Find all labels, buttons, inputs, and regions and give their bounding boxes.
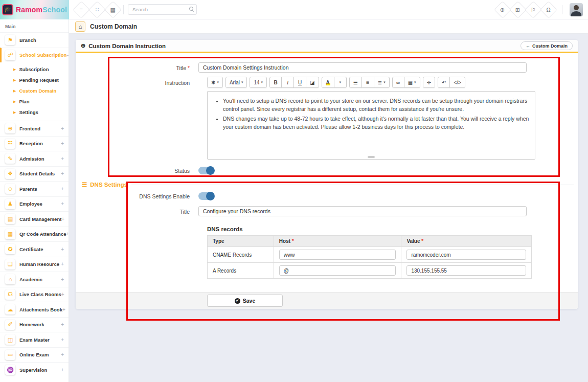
collapse-minus-icon: –	[66, 52, 69, 58]
save-button[interactable]: ✔ Save	[207, 295, 283, 307]
unordered-list-icon[interactable]: ☰	[349, 77, 362, 88]
sidebar-item-card-management[interactable]: ▤Card Management+	[0, 211, 69, 227]
notifications-bell-icon[interactable]: Ω	[540, 1, 557, 18]
sidebar-item-human-resource[interactable]: ❏Human Resource+	[0, 257, 69, 272]
back-to-custom-domain-button[interactable]: ← Custom Domain	[521, 41, 573, 50]
app-logo[interactable]: 🎓 RamomSchool	[0, 0, 69, 19]
home-icon[interactable]: ⌂	[75, 21, 85, 32]
sidebar-item-branch[interactable]: ⚑Branch	[0, 32, 69, 48]
dns-value-input[interactable]	[406, 265, 526, 276]
sidebar-item-academic[interactable]: ⌂Academic+	[0, 272, 69, 287]
sidebar-item-qr-code-attendance[interactable]: ▦Qr Code Attendance+	[0, 227, 69, 242]
dns-settings-section-title: ☰ DNS Settings	[82, 181, 131, 188]
sidebar-item-homework[interactable]: ✐Homework+	[0, 317, 69, 332]
sidebar-item-exam-master[interactable]: ◫Exam Master+	[0, 332, 69, 347]
sidebar-item-certificate[interactable]: ✪Certificate+	[0, 241, 69, 257]
dns-records-table: TypeHost *Value * CNAME RecordsA Records	[207, 235, 532, 279]
code-view-icon[interactable]: </>	[450, 77, 465, 88]
parents-icon: ☺	[5, 184, 15, 194]
dns-records-heading: DNS records	[207, 226, 243, 232]
dns-host-input[interactable]	[279, 265, 396, 276]
sidebar-item-employee[interactable]: ♟Employee+	[0, 196, 69, 212]
menu-icon[interactable]: ≡	[73, 1, 90, 18]
sidebar-item-supervision[interactable]: ♒Supervision+	[0, 362, 69, 377]
editor-resize-handle[interactable]	[368, 156, 375, 158]
navbar-left-buttons: ≡∷▦	[69, 4, 119, 16]
clear-format-icon[interactable]: ◪	[306, 77, 319, 88]
dns-host-input[interactable]	[279, 250, 396, 260]
sidebar-subitem-subscription[interactable]: ▶Subscription	[0, 64, 69, 75]
caret-down-icon: ▾	[217, 80, 219, 84]
calendar-icon[interactable]: ⊞	[509, 1, 527, 18]
dns-title-input[interactable]	[198, 206, 527, 216]
dns-title-row: Title	[76, 206, 578, 216]
messages-icon[interactable]: ⚐	[525, 1, 542, 18]
panel-footer: ✔ Save	[76, 292, 578, 309]
status-label: Status	[76, 167, 198, 174]
instruction-title-input[interactable]	[198, 62, 527, 73]
sidebar-item-school-subscription[interactable]: ☍School Subscription–	[0, 48, 69, 63]
sidebar-subitem-pending-request[interactable]: ▶Pending Request	[0, 75, 69, 85]
sidebar-item-frontend[interactable]: ⊕Frontend+	[0, 121, 69, 136]
undo-icon[interactable]: ↶	[438, 77, 450, 88]
dns-value-input[interactable]	[406, 250, 526, 260]
ordered-list-icon[interactable]: ≡	[362, 77, 374, 88]
dns-table-body: CNAME RecordsA Records	[208, 247, 532, 279]
sidebar-subitem-settings[interactable]: ▶Settings	[0, 107, 69, 118]
sidebar-subitem-label: Plan	[19, 99, 29, 104]
title-form-row: Title *	[76, 62, 578, 73]
sidebar-item-label: Homework	[19, 322, 44, 327]
sidebar-item-label: Exam Master	[19, 337, 50, 343]
sidebar-item-reception[interactable]: ☷Reception+	[0, 136, 69, 151]
back-arrow-icon: ←	[526, 43, 530, 49]
expand-plus-icon: +	[61, 337, 64, 343]
search-input[interactable]	[128, 4, 197, 15]
toolbar-button-group: ∞▦▾	[392, 77, 420, 88]
expand-plus-icon: +	[61, 141, 64, 146]
sidebar-item-label: Supervision	[19, 367, 47, 373]
logo-graduation-cap-icon: 🎓	[2, 4, 13, 15]
dns-enable-toggle[interactable]	[198, 192, 214, 200]
sidebar-item-label: Frontend	[19, 126, 40, 131]
language-globe-icon[interactable]: ⊕	[494, 1, 511, 18]
bold-button[interactable]: B	[269, 77, 282, 88]
sidebar-item-online-exam[interactable]: ▭Online Exam+	[0, 347, 69, 363]
toolbar-button-group: ☰≡≣▾	[349, 77, 390, 88]
fullscreen-editor-icon[interactable]: ✛	[423, 77, 435, 88]
sidebar-subitem-plan[interactable]: ▶Plan	[0, 96, 69, 107]
font-size-select[interactable]: 14▾	[250, 77, 267, 88]
navbar-right-icon-group: ⊕⊞⚐Ω	[496, 4, 555, 16]
toolbar-button-group: ✱▾	[207, 77, 223, 88]
text-color-caret[interactable]: ▾	[334, 77, 347, 88]
avatar-shoulders	[571, 11, 581, 16]
dns-title-label: Title	[76, 206, 198, 216]
style-magic-icon[interactable]: ✱▾	[207, 77, 223, 88]
fullscreen-icon[interactable]: ∷	[88, 1, 106, 18]
sidebar-subitem-custom-domain[interactable]: ▶Custom Domain	[0, 85, 69, 96]
expand-plus-icon: +	[62, 307, 65, 312]
link-icon[interactable]: ∞	[392, 77, 404, 88]
dns-record-value-cell	[401, 263, 532, 279]
sidebar-item-live-class-rooms[interactable]: ☊Live Class Rooms+	[0, 287, 69, 302]
paragraph-align-icon[interactable]: ≣▾	[374, 77, 390, 88]
sidebar-item-student-details[interactable]: ❖Student Details+	[0, 166, 69, 182]
grid-icon[interactable]: ▦	[104, 1, 122, 18]
sidebar-item-parents[interactable]: ☺Parents+	[0, 181, 69, 196]
sidebar-item-label: Admission	[19, 156, 44, 162]
status-toggle[interactable]	[198, 167, 214, 174]
live-class-headset-icon: ☊	[5, 289, 15, 300]
fullscreen-editor-icon-glyph: ✛	[427, 80, 431, 85]
navbar-right-buttons: ⊕⊞⚐Ω	[496, 3, 588, 16]
messages-icon-glyph: ⚐	[531, 7, 536, 12]
text-color-button[interactable]: A	[322, 77, 334, 88]
font-family-select[interactable]: Arial▾	[225, 77, 247, 88]
underline-button[interactable]: U	[294, 77, 306, 88]
italic-button[interactable]: I	[282, 77, 294, 88]
rich-text-editor[interactable]: You'll need to setup a DNS record to poi…	[207, 91, 535, 160]
sidebar-item-label: Student Details	[19, 171, 55, 176]
user-avatar[interactable]	[570, 3, 583, 16]
sidebar-item-attachments-book[interactable]: ☁Attachments Book+	[0, 302, 69, 317]
sidebar-item-admission[interactable]: ✎Admission+	[0, 151, 69, 166]
sidebar-subitem-label: Pending Request	[19, 77, 59, 83]
table-icon[interactable]: ▦▾	[404, 77, 420, 88]
